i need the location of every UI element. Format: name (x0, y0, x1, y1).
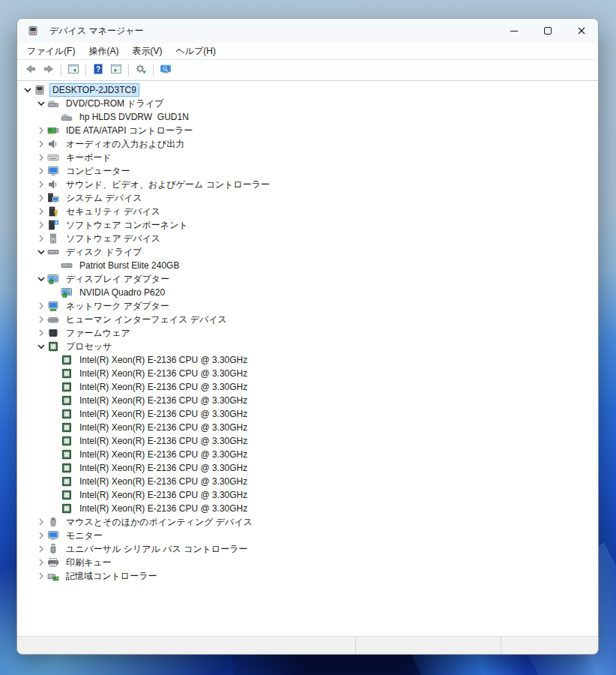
chevron-right-icon[interactable] (35, 569, 47, 583)
show-action-pane-button[interactable] (108, 62, 124, 79)
chevron-right-icon[interactable] (35, 232, 47, 245)
tree-item[interactable]: キーボード (17, 151, 598, 164)
chevron-right-icon[interactable] (35, 556, 47, 569)
processor-icon (61, 422, 73, 434)
tree-item[interactable]: ヒューマン インターフェイス デバイス (17, 313, 598, 326)
chevron-right-icon[interactable] (35, 542, 47, 556)
chevron-down-icon[interactable] (35, 245, 47, 259)
processor-icon (61, 381, 73, 393)
chevron-right-icon[interactable] (35, 178, 47, 191)
menu-item-1[interactable]: ファイル(F) (20, 44, 82, 59)
tree-item[interactable]: モニター (17, 529, 598, 542)
tree-item[interactable]: 印刷キュー (17, 556, 598, 569)
chevron-right-icon[interactable] (35, 124, 47, 137)
tree-item[interactable]: DESKTOP-2JD3TC9 (17, 83, 598, 97)
scan-hardware-changes-button[interactable] (133, 62, 149, 79)
tree-item[interactable]: ネットワーク アダプター (17, 299, 598, 313)
tree-item[interactable]: Intel(R) Xeon(R) E-2136 CPU @ 3.30GHz (17, 502, 598, 515)
chevron-right-icon[interactable] (35, 529, 47, 542)
tree-item[interactable]: ソフトウェア デバイス (17, 232, 598, 245)
tree-item-label: IDE ATA/ATAPI コントローラー (63, 124, 196, 137)
chevron-right-icon[interactable] (35, 313, 47, 326)
menu-item-4[interactable]: ヘルプ(H) (169, 44, 223, 59)
title-bar[interactable]: デバイス マネージャー (17, 19, 598, 43)
tree-item[interactable]: Patriot Burst Elite 240GB (17, 259, 598, 272)
tree-item[interactable]: NVIDIA Quadro P620 (17, 286, 598, 299)
tree-item[interactable]: セキュリティ デバイス (17, 205, 598, 218)
tree-item[interactable]: ユニバーサル シリアル バス コントローラー (17, 542, 598, 556)
chevron-down-icon[interactable] (22, 83, 34, 97)
tree-item[interactable]: Intel(R) Xeon(R) E-2136 CPU @ 3.30GHz (17, 367, 598, 380)
tree-item[interactable]: Intel(R) Xeon(R) E-2136 CPU @ 3.30GHz (17, 475, 598, 488)
forward-button[interactable] (40, 62, 57, 79)
status-section-2 (356, 637, 501, 654)
firmware-icon (47, 327, 59, 339)
tree-item[interactable]: Intel(R) Xeon(R) E-2136 CPU @ 3.30GHz (17, 353, 598, 367)
tree-item[interactable]: コンピューター (17, 164, 598, 178)
tree-item-label: NVIDIA Quadro P620 (76, 286, 168, 299)
tree-item[interactable]: Intel(R) Xeon(R) E-2136 CPU @ 3.30GHz (17, 421, 598, 434)
tree-item-label: ネットワーク アダプター (63, 299, 172, 313)
processor-icon (61, 435, 73, 447)
tree-item[interactable]: ファームウェア (17, 326, 598, 340)
sound-controller-icon (47, 178, 59, 190)
minimize-button[interactable] (497, 19, 531, 43)
tree-item[interactable]: Intel(R) Xeon(R) E-2136 CPU @ 3.30GHz (17, 448, 598, 461)
tree-item[interactable]: Intel(R) Xeon(R) E-2136 CPU @ 3.30GHz (17, 461, 598, 475)
show-console-tree-button[interactable] (65, 62, 82, 79)
tree-item[interactable]: Intel(R) Xeon(R) E-2136 CPU @ 3.30GHz (17, 380, 598, 394)
software-device-icon (47, 232, 59, 244)
monitor-icon (47, 530, 59, 542)
tree-item[interactable]: サウンド、ビデオ、およびゲーム コントローラー (17, 178, 598, 191)
tree-item-label: コンピューター (63, 164, 133, 178)
tree-item-label: Intel(R) Xeon(R) E-2136 CPU @ 3.30GHz (76, 367, 250, 380)
tree-item[interactable]: 記憶域コントローラー (17, 569, 598, 583)
tree-item[interactable]: hp HLDS DVDRW GUD1N (17, 110, 598, 124)
tree-item[interactable]: ディスク ドライブ (17, 245, 598, 259)
tree-item[interactable]: Intel(R) Xeon(R) E-2136 CPU @ 3.30GHz (17, 434, 598, 448)
status-section-1 (17, 637, 356, 654)
tree-item-label: 記憶域コントローラー (63, 569, 160, 583)
chevron-right-icon[interactable] (35, 137, 47, 151)
tree-item[interactable]: ディスプレイ アダプター (17, 272, 598, 286)
chevron-right-icon[interactable] (35, 151, 47, 164)
tree-item[interactable]: マウスとそのほかのポインティング デバイス (17, 515, 598, 529)
tree-item[interactable]: Intel(R) Xeon(R) E-2136 CPU @ 3.30GHz (17, 394, 598, 407)
menu-item-3[interactable]: 表示(V) (125, 44, 169, 59)
chevron-down-icon[interactable] (35, 340, 47, 353)
tree-item-label: マウスとそのほかのポインティング デバイス (63, 515, 256, 529)
tree-item[interactable]: Intel(R) Xeon(R) E-2136 CPU @ 3.30GHz (17, 407, 598, 421)
chevron-right-icon[interactable] (35, 326, 47, 340)
chevron-spacer (49, 448, 61, 461)
tree-item[interactable]: Intel(R) Xeon(R) E-2136 CPU @ 3.30GHz (17, 488, 598, 502)
chevron-down-icon[interactable] (35, 97, 47, 110)
chevron-right-icon[interactable] (35, 164, 47, 178)
menu-item-2[interactable]: 操作(A) (82, 44, 125, 59)
chevron-right-icon[interactable] (35, 218, 47, 232)
close-button[interactable] (564, 19, 598, 43)
chevron-right-icon[interactable] (35, 191, 47, 205)
chevron-right-icon[interactable] (35, 205, 47, 218)
system-devices-icon (47, 192, 59, 204)
tree-item[interactable]: プロセッサ (17, 340, 598, 353)
remote-computer-button[interactable] (157, 62, 174, 79)
tree-item[interactable]: オーディオの入力および出力 (17, 137, 598, 151)
tree-item[interactable]: システム デバイス (17, 191, 598, 205)
print-queue-icon (47, 556, 59, 568)
toolbar: ? (17, 60, 598, 81)
processor-icon (61, 408, 73, 420)
chevron-down-icon[interactable] (35, 272, 47, 286)
chevron-right-icon[interactable] (35, 299, 47, 313)
storage-controller-icon (47, 570, 59, 582)
tree-item-label: Intel(R) Xeon(R) E-2136 CPU @ 3.30GHz (76, 448, 250, 461)
chevron-spacer (49, 421, 61, 434)
back-button[interactable] (22, 62, 39, 79)
maximize-button[interactable] (531, 19, 564, 43)
tree-item[interactable]: DVD/CD-ROM ドライブ (17, 97, 598, 110)
help-button[interactable]: ? (90, 62, 106, 79)
usb-controller-icon (47, 543, 59, 555)
chevron-right-icon[interactable] (35, 515, 47, 529)
tree-item[interactable]: ソフトウェア コンポーネント (17, 218, 598, 232)
chevron-spacer (49, 488, 61, 502)
tree-item[interactable]: IDE ATA/ATAPI コントローラー (17, 124, 598, 137)
